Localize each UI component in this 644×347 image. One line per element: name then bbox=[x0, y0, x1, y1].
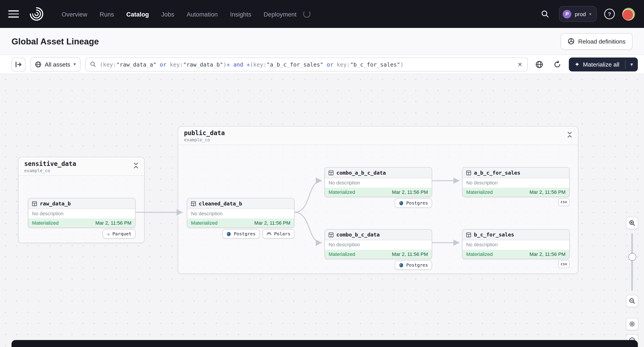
postgres-icon bbox=[226, 231, 231, 236]
refresh-button[interactable] bbox=[550, 58, 564, 71]
asset-node-a-b-c-for-sales[interactable]: a_b_c_for_sales No description Materiali… bbox=[462, 167, 570, 197]
zoom-in-button[interactable] bbox=[626, 217, 638, 229]
asset-node-combo-b-c-data[interactable]: combo_b_c_data No description Materializ… bbox=[324, 229, 432, 259]
materialized-label: Materialized bbox=[191, 220, 218, 226]
group-name: sensitive_data bbox=[24, 160, 76, 167]
hamburger-menu-icon[interactable] bbox=[8, 10, 19, 17]
graph-settings-button[interactable] bbox=[626, 318, 638, 330]
postgres-tag[interactable]: Postgres bbox=[394, 198, 432, 208]
dagster-app: Overview Runs Catalog Jobs Automation In… bbox=[0, 0, 644, 347]
asset-scope-label: All assets bbox=[45, 61, 70, 67]
asset-status-row: Materialized Mar 2, 11:56 PM bbox=[325, 250, 432, 259]
csv-tag[interactable]: CSV bbox=[558, 198, 570, 206]
asset-node-header: combo_a_b_c_data bbox=[325, 167, 432, 178]
top-nav: Overview Runs Catalog Jobs Automation In… bbox=[0, 0, 644, 28]
asset-name: raw_data_b bbox=[40, 200, 70, 207]
group-header: public_data example_co bbox=[178, 126, 578, 145]
chevron-down-icon: ▾ bbox=[589, 11, 592, 17]
collapse-group-icon[interactable] bbox=[567, 132, 572, 138]
asset-tags-a-b-c-for-sales: CSV bbox=[462, 198, 570, 206]
nav-item-automation[interactable]: Automation bbox=[186, 10, 218, 17]
bottom-panel[interactable] bbox=[12, 340, 638, 347]
asset-name: combo_b_c_data bbox=[336, 232, 380, 238]
search-icon bbox=[90, 61, 96, 67]
nav-item-insights[interactable]: Insights bbox=[230, 10, 252, 17]
search-icon[interactable] bbox=[538, 7, 552, 20]
asset-search-box[interactable]: (key:"raw_data_a" or key:"raw_data_b")+ … bbox=[85, 57, 528, 71]
dagster-logo-icon[interactable] bbox=[29, 6, 44, 22]
help-icon[interactable]: ? bbox=[604, 9, 615, 19]
polars-tag[interactable]: Polars bbox=[262, 229, 294, 239]
postgres-icon bbox=[399, 263, 404, 268]
asset-node-header: raw_data_b bbox=[28, 198, 135, 209]
zoom-slider-track[interactable] bbox=[631, 233, 633, 291]
asset-node-b-c-for-sales[interactable]: b_c_for_sales No description Materialize… bbox=[462, 229, 570, 259]
polars-icon bbox=[266, 231, 272, 236]
materialize-all-button[interactable]: ✦ Materialize all bbox=[569, 57, 625, 71]
materialize-all-label: Materialize all bbox=[583, 61, 620, 67]
asset-description: No description bbox=[325, 240, 432, 250]
csv-tag[interactable]: CSV bbox=[558, 260, 570, 268]
asset-status-row: Materialized Mar 2, 11:56 PM bbox=[325, 188, 432, 197]
asset-scope-selector[interactable]: All assets ▾ bbox=[30, 57, 80, 72]
tag-label: Postgres bbox=[406, 200, 428, 206]
asset-name: combo_a_b_c_data bbox=[336, 170, 386, 176]
table-icon bbox=[328, 170, 334, 175]
gear-icon bbox=[629, 321, 635, 327]
search-query-input[interactable]: (key:"raw_data_a" or key:"raw_data_b")+ … bbox=[100, 61, 513, 67]
csv-icon: CSV bbox=[561, 262, 567, 266]
postgres-icon bbox=[399, 201, 404, 205]
nav-item-jobs[interactable]: Jobs bbox=[161, 10, 174, 17]
filter-globe-button[interactable] bbox=[532, 58, 546, 71]
postgres-tag[interactable]: Postgres bbox=[222, 229, 260, 239]
zoom-out-icon bbox=[629, 298, 635, 304]
deployment-switcher[interactable]: P prod ▾ bbox=[559, 6, 597, 22]
asset-status-row: Materialized Mar 2, 11:56 PM bbox=[187, 218, 294, 227]
parquet-icon: ❖ bbox=[107, 231, 110, 237]
asset-description: No description bbox=[462, 178, 569, 188]
open-side-panel-button[interactable] bbox=[12, 57, 25, 71]
table-icon bbox=[466, 232, 471, 237]
tag-label: Postgres bbox=[234, 231, 256, 237]
table-icon bbox=[32, 201, 37, 206]
parquet-tag[interactable]: ❖ Parquet bbox=[103, 229, 136, 239]
zoom-slider-handle[interactable] bbox=[628, 253, 636, 261]
tag-label: Postgres bbox=[406, 262, 428, 268]
group-namespace: example_co bbox=[184, 137, 225, 142]
code-location-icon bbox=[568, 38, 574, 45]
asset-status-row: Materialized Mar 2, 11:56 PM bbox=[28, 218, 135, 227]
asset-tags-cleaned-data-b: Postgres Polars bbox=[187, 229, 294, 239]
nav-item-catalog[interactable]: Catalog bbox=[126, 10, 149, 17]
asset-name: cleaned_data_b bbox=[199, 200, 242, 207]
materialized-timestamp: Mar 2, 11:56 PM bbox=[529, 251, 565, 257]
materialize-all-split-button: ✦ Materialize all ▼ bbox=[569, 57, 638, 71]
materialized-label: Materialized bbox=[328, 251, 355, 257]
zoom-out-button[interactable] bbox=[626, 295, 638, 307]
nav-item-overview[interactable]: Overview bbox=[62, 10, 87, 17]
materialize-options-button[interactable]: ▼ bbox=[626, 57, 638, 71]
postgres-tag[interactable]: Postgres bbox=[394, 260, 432, 270]
page-header: Global Asset Lineage Reload definitions bbox=[0, 28, 644, 55]
nav-item-deployment[interactable]: Deployment bbox=[264, 10, 296, 17]
asset-node-raw-data-b[interactable]: raw_data_b No description Materialized M… bbox=[28, 198, 136, 228]
asset-tags-b-c-for-sales: CSV bbox=[462, 260, 570, 268]
nav-item-runs[interactable]: Runs bbox=[100, 10, 114, 17]
reload-definitions-button[interactable]: Reload definitions bbox=[560, 33, 632, 49]
asset-node-header: b_c_for_sales bbox=[462, 230, 569, 240]
collapse-group-icon[interactable] bbox=[134, 163, 138, 168]
user-avatar[interactable] bbox=[622, 7, 635, 20]
clear-search-icon[interactable]: ✕ bbox=[517, 61, 523, 67]
loading-spinner-icon bbox=[303, 10, 310, 18]
panel-toggle-icon bbox=[15, 61, 22, 67]
zoom-slider[interactable] bbox=[626, 233, 638, 291]
reload-definitions-label: Reload definitions bbox=[578, 38, 626, 44]
globe-lines-icon bbox=[535, 60, 543, 68]
lineage-canvas[interactable]: sensitive_data example_co public_data ex… bbox=[0, 74, 644, 347]
asset-tags-raw-data-b: ❖ Parquet bbox=[28, 229, 136, 239]
asset-tags-combo-b-c-data: Postgres bbox=[324, 260, 432, 270]
asset-node-combo-a-b-c-data[interactable]: combo_a_b_c_data No description Material… bbox=[324, 167, 432, 197]
asset-name: b_c_for_sales bbox=[474, 232, 514, 238]
asset-status-row: Materialized Mar 2, 11:56 PM bbox=[462, 188, 569, 197]
asset-description: No description bbox=[462, 240, 569, 250]
asset-node-cleaned-data-b[interactable]: cleaned_data_b No description Materializ… bbox=[187, 198, 294, 228]
